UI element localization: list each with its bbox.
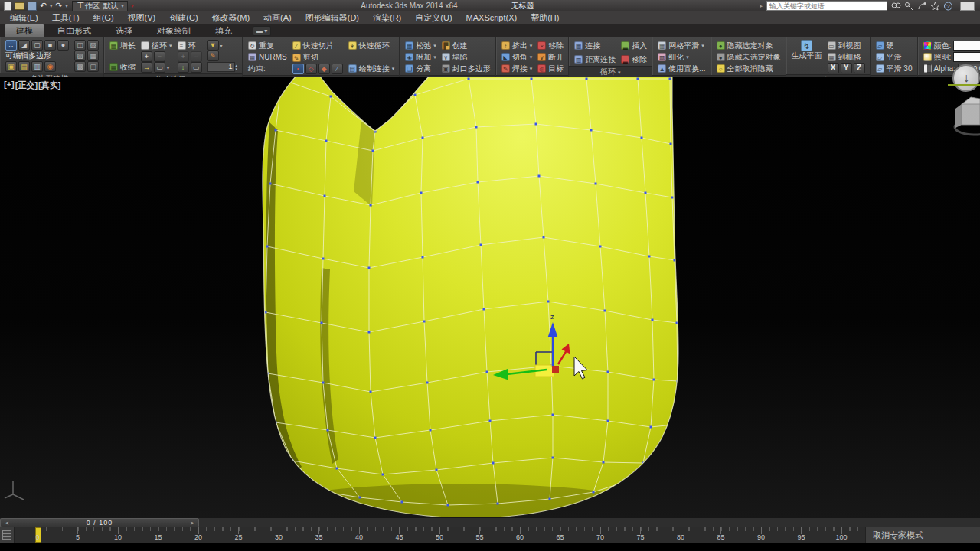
tab-populate[interactable]: 填充	[204, 24, 243, 37]
viewport-menu-shading[interactable]: [真实]	[38, 80, 60, 91]
iterations-icon[interactable]: ◉	[44, 61, 56, 72]
smooth-button[interactable]: ▱平滑	[876, 51, 913, 63]
loop-mode-icon[interactable]: ▭	[154, 62, 165, 73]
menu-item-rendering[interactable]: 渲染(R)	[366, 11, 408, 24]
menu-item-modifiers[interactable]: 修改器(M)	[205, 11, 257, 24]
tab-selection[interactable]: 选择	[104, 24, 144, 37]
cancel-expert-mode-button[interactable]: 取消专家模式	[865, 527, 980, 543]
viewport-canvas[interactable]: z	[0, 77, 980, 517]
tool-2-icon[interactable]: ▧	[87, 40, 99, 51]
menu-item-animation[interactable]: 动画(A)	[256, 11, 299, 24]
stack-view-icon[interactable]: ▥	[31, 61, 43, 72]
viewport-menu-general[interactable]: [+]	[4, 80, 15, 91]
mini-curve-editor-button[interactable]	[0, 527, 15, 543]
ribbon-overflow-button[interactable]: ↓	[952, 64, 980, 92]
nurms-toggle[interactable]: ▦NURMS	[248, 51, 287, 63]
menu-item-group[interactable]: 组(G)	[87, 11, 121, 24]
loop-minus-icon[interactable]: −	[154, 51, 165, 62]
repeat-button[interactable]: ↻重复	[248, 40, 287, 51]
target-weld-button[interactable]: ◎目标	[537, 63, 564, 74]
z-button[interactable]: Z	[854, 63, 865, 73]
loop-plus-icon[interactable]: +	[141, 51, 152, 62]
panel-label-loops[interactable]: 循环▾	[569, 66, 652, 77]
edge-mode-icon[interactable]: ◢	[18, 40, 30, 51]
viewcube[interactable]	[955, 97, 980, 135]
save-file-icon[interactable]	[28, 2, 37, 11]
quick-loop-button[interactable]: ∗快速循环	[348, 40, 395, 51]
paint-select-icon[interactable]: ✎	[207, 51, 219, 61]
constraint-none-icon[interactable]: ▪	[292, 64, 304, 74]
ring-plus-icon[interactable]: +	[178, 51, 189, 62]
window-controls[interactable]	[960, 2, 975, 11]
tool-4-icon[interactable]: ▦	[87, 51, 99, 61]
element-mode-icon[interactable]: ●	[57, 40, 69, 51]
lighting-row-swatch[interactable]	[953, 52, 980, 62]
ribbon-minimize-button[interactable]: ▬ ▾	[253, 26, 271, 36]
subscription-center-icon[interactable]	[904, 2, 914, 11]
menu-item-customize[interactable]: 自定义(U)	[408, 11, 459, 24]
loop-shift-icon[interactable]: →	[141, 62, 152, 73]
cut-button[interactable]: ✎剪切	[292, 52, 343, 64]
redo-icon[interactable]: ↷	[55, 2, 62, 10]
menu-item-graph-editors[interactable]: 图形编辑器(D)	[299, 11, 366, 24]
grow-button[interactable]: ▦增长	[109, 40, 136, 51]
tool-1-icon[interactable]: ◫	[74, 40, 86, 51]
redo-dropdown-icon[interactable]: ▾	[65, 3, 67, 8]
constraint-normal-icon[interactable]: ∕	[332, 64, 343, 74]
menu-item-tools[interactable]: 工具(T)	[45, 11, 87, 24]
remove-loop-button[interactable]: ▂移除	[621, 54, 647, 65]
new-scene-icon[interactable]	[4, 2, 11, 11]
cap-poly-button[interactable]: ▣封口多边形	[442, 63, 491, 74]
smooth-30-button[interactable]: ▱平滑 30	[876, 63, 913, 74]
time-slider[interactable]: < 0 / 100 >	[0, 518, 199, 527]
relax-button[interactable]: ▦松弛▾	[405, 40, 436, 51]
paint-connect-button[interactable]: ▤绘制连接▾	[348, 63, 395, 74]
hide-unselected-button[interactable]: ●隐藏未选定对象	[717, 51, 781, 63]
vertex-mode-icon[interactable]: ∴	[5, 40, 17, 51]
workspace-flyout-icon[interactable]: ▼	[129, 3, 135, 8]
open-file-icon[interactable]	[15, 2, 24, 10]
attach-button[interactable]: ◈附加▾	[405, 51, 436, 63]
help-search-input[interactable]	[766, 1, 887, 11]
constraint-edge-icon[interactable]: ◇	[305, 64, 317, 74]
connect-button[interactable]: ▦连接	[574, 40, 616, 51]
paint-size-spinner-arrows[interactable]: ▴▾	[236, 64, 238, 71]
next-frame-button[interactable]: >	[186, 520, 198, 527]
paint-size-spinner-value[interactable]: 1	[207, 62, 235, 72]
tool-5-icon[interactable]: ▩	[74, 61, 86, 72]
align-grid-button[interactable]: ▦到栅格	[828, 51, 865, 63]
chamfer-button[interactable]: ◣切角▾	[501, 51, 533, 63]
tool-6-icon[interactable]: ▢	[87, 61, 99, 72]
ring-header[interactable]: ≡环	[178, 40, 202, 51]
remove-button[interactable]: ×移除	[537, 40, 564, 51]
unhide-all-button[interactable]: ○全部取消隐藏	[717, 63, 781, 74]
shrink-button[interactable]: ▦收缩	[109, 61, 136, 73]
infocenter-collapse-icon[interactable]: ▸	[760, 3, 763, 9]
quick-slice-button[interactable]: ∕快速切片	[292, 40, 343, 51]
align-view-button[interactable]: ▭到视图	[828, 40, 865, 51]
tool-3-icon[interactable]: ▨	[74, 51, 86, 61]
create-button[interactable]: ▛创建	[442, 40, 491, 51]
use-displacement-button[interactable]: ▲使用置换...	[658, 63, 705, 74]
menu-item-create[interactable]: 创建(C)	[162, 11, 204, 24]
tessellate-button[interactable]: ▩细化▾	[658, 51, 705, 63]
workspace-selector[interactable]: 工作区 默认 ▾	[72, 1, 128, 11]
extrude-button[interactable]: ↑挤出▾	[501, 40, 533, 51]
break-button[interactable]: ∨断开	[537, 51, 564, 63]
communication-center-icon[interactable]	[917, 2, 927, 11]
insert-loop-button[interactable]: ▂插入	[621, 40, 647, 51]
favorites-icon[interactable]	[930, 2, 940, 11]
preview-select-icon[interactable]: ▼	[207, 40, 219, 51]
color-row-swatch[interactable]	[953, 41, 980, 51]
undo-icon[interactable]: ↶	[40, 2, 47, 10]
polygon-mode-icon[interactable]: ■	[44, 40, 56, 51]
y-button[interactable]: Y	[841, 63, 852, 73]
distance-connect-button[interactable]: ▥距离连接	[574, 54, 616, 65]
msmooth-button[interactable]: ▦网格平滑▾	[658, 40, 705, 51]
timeline-ruler[interactable]: 0510152025303540455055606570758085909510…	[15, 527, 865, 543]
ring-mode-icon[interactable]: ▭	[191, 62, 202, 73]
collapse-button[interactable]: ∨塌陷	[442, 51, 491, 63]
weld-button[interactable]: ✎焊接▾	[501, 63, 533, 74]
menu-item-help[interactable]: 帮助(H)	[524, 11, 566, 24]
menu-item-edit[interactable]: 编辑(E)	[3, 11, 45, 24]
